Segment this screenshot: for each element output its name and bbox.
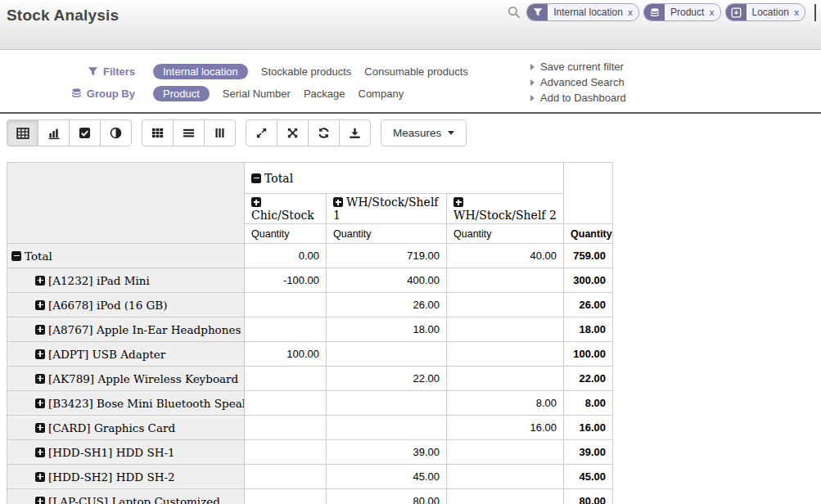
- row-header[interactable]: [B3423] Bose Mini Bluetooth Speaker: [7, 391, 245, 416]
- row-total-cell: 26.00: [564, 293, 613, 317]
- row-total-cell: 8.00: [564, 391, 613, 416]
- filter-consumable-products[interactable]: Consumable products: [364, 65, 467, 78]
- collapse-icon[interactable]: [11, 251, 21, 261]
- triangle-right-icon: [530, 95, 535, 101]
- groupby-serial-number[interactable]: Serial Number: [223, 88, 291, 100]
- expand-icon[interactable]: [251, 197, 261, 207]
- row-header[interactable]: [LAP-CUS] Laptop Customized: [7, 489, 245, 504]
- expand-button[interactable]: [246, 119, 277, 146]
- quantity-cell: [447, 268, 564, 293]
- column-group-total[interactable]: Total: [245, 163, 564, 194]
- expand-icon[interactable]: [35, 300, 45, 310]
- groupby-package[interactable]: Package: [304, 88, 345, 100]
- row-header[interactable]: [A1232] iPad Mini: [7, 268, 245, 293]
- pivot-row: [CARD] Graphics Card16.0016.00: [7, 416, 613, 440]
- column-header-label: WH/Stock/Shelf 2: [453, 209, 557, 222]
- groupby-company[interactable]: Company: [359, 88, 404, 100]
- column-header-wh-stock-shelf-2[interactable]: WH/Stock/Shelf 2: [447, 194, 564, 224]
- quantity-cell: [327, 342, 447, 367]
- expand-icon[interactable]: [35, 374, 45, 384]
- expand-icon[interactable]: [35, 276, 45, 286]
- row-header[interactable]: [CARD] Graphics Card: [7, 416, 245, 440]
- row-label: [HDD-SH2] HDD SH-2: [48, 470, 175, 484]
- save-current-filter-link[interactable]: Save current filter: [530, 59, 626, 74]
- view-switcher-group: [7, 119, 132, 146]
- search-facet-product[interactable]: Product x: [643, 3, 720, 21]
- column-header-wh-stock-shelf-1[interactable]: WH/Stock/Shelf 1: [327, 194, 447, 224]
- advanced-search-link[interactable]: Advanced Search: [530, 74, 626, 90]
- measures-dropdown[interactable]: Measures: [381, 119, 467, 146]
- expand-icon[interactable]: [35, 497, 45, 504]
- quantity-cell: [245, 391, 327, 416]
- filter-icon: [88, 66, 98, 77]
- row-header[interactable]: [HDD-SH2] HDD SH-2: [7, 465, 245, 489]
- collapse-icon[interactable]: [251, 173, 261, 183]
- add-to-dashboard-link[interactable]: Add to Dashboard: [530, 90, 626, 106]
- grand-total-header-spacer: [564, 163, 613, 224]
- refresh-button[interactable]: [308, 119, 340, 146]
- check-square-button[interactable]: [69, 119, 101, 146]
- filters-label: Filters: [0, 65, 135, 78]
- row-label: [LAP-CUS] Laptop Customized: [48, 495, 220, 504]
- row-header[interactable]: [AK789] Apple Wireless Keyboard: [7, 367, 245, 391]
- contrast-button[interactable]: [100, 119, 132, 146]
- row-label: [A1232] iPad Mini: [48, 274, 150, 287]
- row-label: [CARD] Graphics Card: [48, 421, 175, 434]
- filter-options: Internal location Stockable products Con…: [153, 64, 468, 79]
- row-header[interactable]: [A6678] iPod (16 GB): [7, 293, 245, 317]
- add-to-dashboard-label: Add to Dashboard: [540, 92, 626, 104]
- quantity-cell: 719.00: [327, 244, 447, 268]
- facet-remove-button[interactable]: x: [793, 7, 805, 17]
- facet-label: Product: [665, 7, 708, 18]
- measure-header: Quantity: [447, 224, 564, 244]
- search-input-caret[interactable]: [814, 4, 816, 21]
- column-group-label: Total: [264, 172, 293, 185]
- expand-icon[interactable]: [35, 325, 45, 335]
- filter-stockable-products[interactable]: Stockable products: [261, 65, 352, 78]
- bar-chart-view-button[interactable]: [38, 119, 70, 146]
- pivot-row: [A1232] iPad Mini-100.00400.00300.00: [7, 268, 613, 293]
- expand-icon[interactable]: [35, 423, 45, 433]
- fullscreen-button[interactable]: [277, 119, 309, 146]
- filter-internal-location[interactable]: Internal location: [153, 64, 248, 79]
- groupby-label-text: Group By: [87, 88, 135, 100]
- pivot-row: [A6678] iPod (16 GB)26.0026.00: [7, 293, 613, 317]
- expand-icon[interactable]: [453, 197, 463, 207]
- row-total-cell: 80.00: [564, 489, 613, 504]
- measures-label: Measures: [393, 127, 441, 139]
- download-button[interactable]: [339, 119, 371, 146]
- search-facet-internal-location[interactable]: Internal location x: [526, 3, 639, 21]
- search-bar[interactable]: Internal location x Product x Location x: [507, 3, 816, 21]
- row-label: [ADPT] USB Adapter: [48, 348, 165, 361]
- quantity-cell: [447, 440, 564, 465]
- grid-layout-button[interactable]: [142, 119, 174, 146]
- quantity-cell: 40.00: [447, 244, 564, 268]
- pivot-row: Total0.00719.0040.00759.00: [7, 244, 613, 268]
- expand-icon[interactable]: [35, 448, 45, 457]
- facet-remove-button[interactable]: x: [708, 7, 720, 17]
- display-mode-group: [142, 119, 236, 146]
- expand-icon[interactable]: [35, 472, 45, 482]
- row-header[interactable]: Total: [7, 244, 245, 268]
- groupby-product[interactable]: Product: [153, 86, 210, 101]
- quantity-cell: [245, 317, 327, 342]
- search-facet-location[interactable]: Location x: [725, 3, 806, 21]
- row-header[interactable]: [A8767] Apple In-Ear Headphones: [7, 317, 245, 342]
- quantity-cell: 80.00: [327, 489, 447, 504]
- column-header-chic-stock[interactable]: Chic/Stock: [245, 194, 327, 224]
- list-layout-button[interactable]: [173, 119, 205, 146]
- save-current-filter-label: Save current filter: [540, 61, 624, 73]
- columns-layout-button[interactable]: [204, 119, 236, 146]
- chevron-down-icon: [448, 131, 454, 135]
- facet-remove-button[interactable]: x: [627, 7, 638, 17]
- row-header[interactable]: [ADPT] USB Adapter: [7, 342, 245, 367]
- quantity-cell: 100.00: [245, 342, 327, 367]
- quantity-cell: [245, 489, 327, 504]
- expand-icon[interactable]: [35, 398, 45, 408]
- row-header[interactable]: [HDD-SH1] HDD SH-1: [7, 440, 245, 465]
- quantity-cell: 0.00: [245, 244, 327, 268]
- expand-icon[interactable]: [35, 349, 45, 359]
- corner-cell: [7, 163, 245, 244]
- pivot-table-view-button[interactable]: [7, 119, 38, 146]
- expand-icon[interactable]: [333, 197, 343, 207]
